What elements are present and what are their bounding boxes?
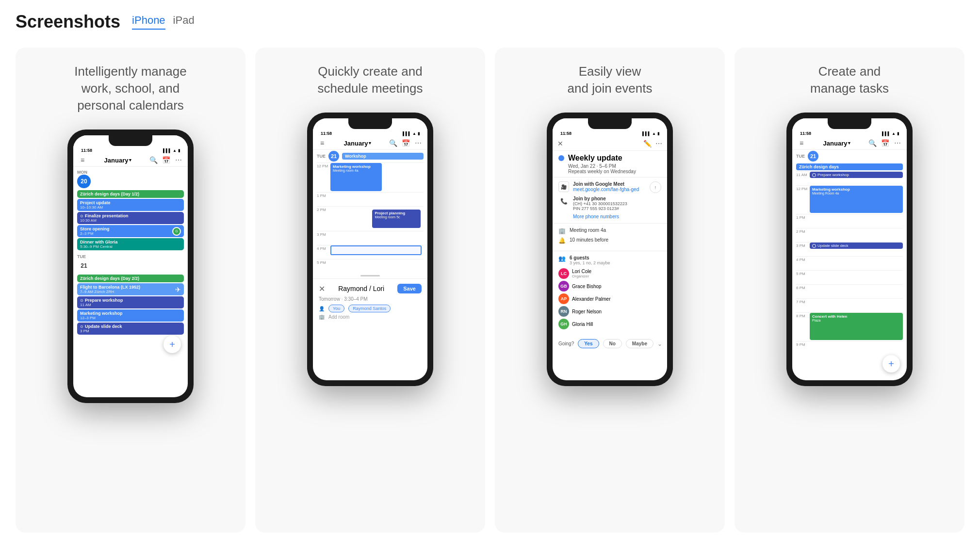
calendar-icon-2[interactable]: 📅 xyxy=(401,139,410,147)
phone-1-screen: 11:58 ▌▌▌ ▲ ▮ ≡ January ▾ xyxy=(73,135,188,397)
avatar-store: G xyxy=(172,227,181,236)
guest-name-alexander: Alexander Palmer xyxy=(572,296,610,302)
going-maybe-btn[interactable]: Maybe xyxy=(626,339,653,348)
hamburger-icon-4[interactable]: ≡ xyxy=(797,139,806,147)
share-button[interactable]: ↑ xyxy=(650,181,661,193)
add-room-label: Add room xyxy=(328,314,349,320)
fab-area-1: + xyxy=(73,336,188,360)
cal-nav-2: ≡ January ▾ 🔍 📅 ⋯ xyxy=(313,137,427,150)
scroll-indicator xyxy=(313,273,427,278)
event-zurich-day1[interactable]: Zürich design days (Day 1/2) xyxy=(77,190,184,198)
more-icon-4[interactable]: ⋯ xyxy=(893,139,902,147)
signal-icon-3: ▌▌▌ xyxy=(642,131,651,136)
phone-2-screen: 11:58 ▌▌▌ ▲ ▮ ≡ January ▾ 🔍 📅 ⋯ xyxy=(313,118,427,380)
time-row-2pm: 2 PM Project planning Meeting room 5c xyxy=(317,206,424,231)
tab-bar: iPhone iPad xyxy=(132,14,195,30)
event-marketing-1[interactable]: Marketing workshop 12–3 PM xyxy=(77,309,184,322)
meet-logo: 🎥 xyxy=(558,181,569,192)
create-panel: ✕ Raymond / Lori Save Tomorrow · 3:30–4 … xyxy=(313,278,427,326)
prepare-workshop-task-4[interactable]: Prepare workshop xyxy=(810,172,903,178)
event-flight[interactable]: Flight to Barcelona (LX 1952) 7–9 AM Zür… xyxy=(77,283,184,295)
event-zurich-day2[interactable]: Zürich design days (Day 2/2) xyxy=(77,275,184,282)
event-update-slide-1[interactable]: ⊙ Update slide deck 3 PM xyxy=(77,323,184,335)
save-button[interactable]: Save xyxy=(397,284,422,293)
marketing-workshop-block[interactable]: Marketing workshop Meeting room 4a xyxy=(330,163,382,191)
back-close-icon[interactable]: ✕ xyxy=(557,140,563,147)
more-phone-link[interactable]: More phone numbers xyxy=(558,214,661,219)
attendees-row: 👤 You Raymond Santos xyxy=(319,305,422,312)
day-strip-2: TUE 21 Workshop xyxy=(313,150,427,162)
guest-roger: RN Roger Nelson xyxy=(558,306,661,317)
avatar-lori: LC xyxy=(558,268,569,279)
time-row-1pm-4: 1 PM xyxy=(796,214,903,228)
time-3: 11:58 xyxy=(560,131,572,136)
event-color-dot xyxy=(558,155,564,161)
time-row-6pm-4: 6 PM xyxy=(796,284,903,298)
day-21-badge-4: 21 xyxy=(808,151,818,162)
wifi-icon: ▲ xyxy=(173,148,177,153)
project-planning-block[interactable]: Project planning Meeting room 5c xyxy=(372,210,421,228)
phone-3-screen: 11:58 ▌▌▌ ▲ ▮ ✕ ✏️ ⋯ xyxy=(553,118,667,380)
close-icon-panel[interactable]: ✕ xyxy=(319,284,325,293)
day-num-21: 21 xyxy=(77,259,91,273)
going-chevron-icon[interactable]: ⌄ xyxy=(657,340,662,347)
page-title: Screenshots xyxy=(16,12,120,32)
event-store-opening[interactable]: Store opening 2–3 PM G xyxy=(77,225,184,237)
event-project-update[interactable]: Project update 10–10:30 AM xyxy=(77,199,184,211)
event-finalize[interactable]: ⊙ Finalize presentation 10:30 AM xyxy=(77,212,184,224)
more-icon[interactable]: ⋯ xyxy=(174,156,183,164)
guest-alexander: AP Alexander Palmer xyxy=(558,293,661,304)
page-header: Screenshots iPhone iPad xyxy=(16,12,964,32)
card-calendar-list: Intelligently managework, school, andper… xyxy=(16,48,245,533)
create-panel-header: ✕ Raymond / Lori Save xyxy=(319,284,422,293)
avatar-alexander: AP xyxy=(558,293,569,304)
time-4: 11:58 xyxy=(800,131,811,136)
event-prepare-workshop-1[interactable]: ⊙ Prepare workshop 11 AM xyxy=(77,296,184,308)
search-icon[interactable]: 🔍 xyxy=(149,156,158,164)
join-meet-label[interactable]: Join with Google Meet xyxy=(573,181,646,187)
hamburger-icon-2[interactable]: ≡ xyxy=(318,139,327,147)
month-label-2[interactable]: January ▾ xyxy=(344,140,372,147)
time-row-3pm-4: 3 PM Update slide deck xyxy=(796,242,903,256)
fab-1[interactable]: + xyxy=(163,336,181,353)
more-icon-2[interactable]: ⋯ xyxy=(414,139,423,147)
going-yes-btn[interactable]: Yes xyxy=(578,339,599,348)
add-room-row[interactable]: 🏢 Add room xyxy=(319,314,422,320)
battery-icon-3: ▮ xyxy=(657,131,659,136)
hamburger-icon[interactable]: ≡ xyxy=(78,156,87,164)
tab-ipad[interactable]: iPad xyxy=(173,14,195,30)
event-dinner[interactable]: Dinner with Gloria 5:30–9 PM Central xyxy=(77,238,184,250)
day-header-tue21: TUE 21 xyxy=(73,251,188,274)
zurich-allday-4[interactable]: Zürich design days xyxy=(796,163,903,170)
day-header-mon20: MON 20 xyxy=(73,167,188,189)
tab-iphone[interactable]: iPhone xyxy=(132,14,165,30)
month-label-4[interactable]: January ▾ xyxy=(823,140,851,147)
search-icon-4[interactable]: 🔍 xyxy=(868,139,877,147)
join-phone-label[interactable]: Join by phone xyxy=(573,196,627,201)
room-icon: 🏢 xyxy=(319,314,325,320)
calendar-icon[interactable]: 📅 xyxy=(162,156,170,164)
event-detail-header: ✕ ✏️ ⋯ xyxy=(553,137,667,151)
join-phone-row: 📞 Join by phone (CH) +41 30 300001532223… xyxy=(558,196,661,211)
meet-link[interactable]: meet.google.com/fae-fgha-ged xyxy=(573,187,646,192)
update-slide-task-4[interactable]: Update slide deck xyxy=(810,243,903,249)
guests-header-row: 👥 6 guests 3 yes, 1 no, 2 maybe xyxy=(558,255,661,265)
time-row-7pm-4: 7 PM xyxy=(796,298,903,312)
attendee-you[interactable]: You xyxy=(328,305,344,312)
search-icon-2[interactable]: 🔍 xyxy=(389,139,397,147)
marketing-block-4[interactable]: Marketing workshop Meeting Room 4a xyxy=(810,186,903,213)
more-dots-icon[interactable]: ⋯ xyxy=(655,140,662,147)
fab-4[interactable]: + xyxy=(882,355,900,373)
card1-title: Intelligently managework, school, andper… xyxy=(74,63,186,114)
month-label-1[interactable]: January ▾ xyxy=(104,157,132,164)
attendee-raymond[interactable]: Raymond Santos xyxy=(348,305,391,312)
time-grid-4: 11 AM Prepare workshop 12 PM xyxy=(792,171,907,355)
signal-icon-4: ▌▌▌ xyxy=(882,131,890,136)
edit-icon[interactable]: ✏️ xyxy=(643,140,652,147)
phone-4-notch xyxy=(828,118,871,129)
concert-helen-block-4[interactable]: Concert with Helen Plaza xyxy=(810,313,903,340)
calendar-icon-4[interactable]: 📅 xyxy=(881,139,889,147)
signal-icon: ▌▌▌ xyxy=(163,148,171,153)
phone-4: 11:58 ▌▌▌ ▲ ▮ ≡ January ▾ 🔍 📅 ⋯ xyxy=(786,113,913,386)
going-no-btn[interactable]: No xyxy=(603,339,622,348)
